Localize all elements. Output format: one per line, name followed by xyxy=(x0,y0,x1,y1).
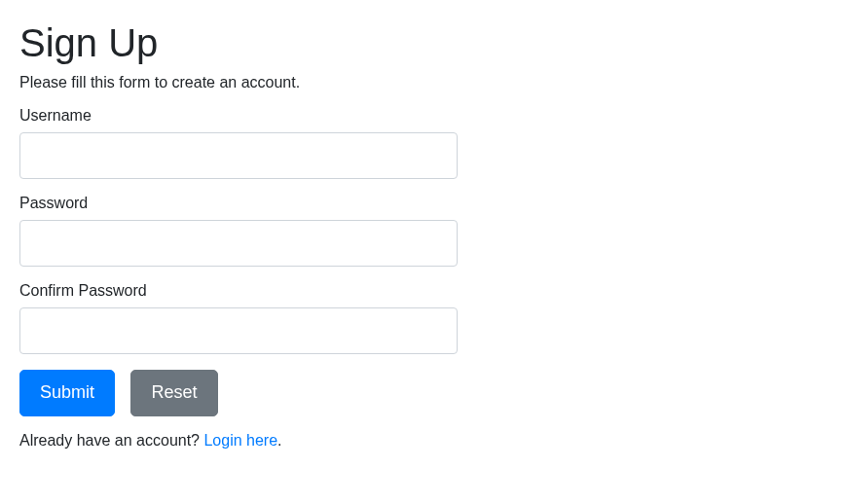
login-link[interactable]: Login here xyxy=(203,432,277,449)
password-label: Password xyxy=(19,195,458,212)
confirm-password-field[interactable] xyxy=(19,307,458,354)
username-field[interactable] xyxy=(19,132,458,179)
confirm-password-group: Confirm Password xyxy=(19,282,458,354)
login-prompt-prefix: Already have an account? xyxy=(19,432,203,449)
reset-button[interactable]: Reset xyxy=(130,370,217,416)
login-prompt: Already have an account? Login here. xyxy=(19,432,458,450)
page-title: Sign Up xyxy=(19,19,458,66)
signup-form-container: Sign Up Please fill this form to create … xyxy=(19,19,458,450)
signup-form: Username Password Confirm Password Submi… xyxy=(19,107,458,450)
password-field[interactable] xyxy=(19,220,458,267)
password-group: Password xyxy=(19,195,458,267)
button-row: Submit Reset xyxy=(19,370,458,416)
confirm-password-label: Confirm Password xyxy=(19,282,458,300)
submit-button[interactable]: Submit xyxy=(19,370,115,416)
username-label: Username xyxy=(19,107,458,125)
page-subtitle: Please fill this form to create an accou… xyxy=(19,74,458,91)
login-prompt-suffix: . xyxy=(277,432,281,449)
username-group: Username xyxy=(19,107,458,179)
